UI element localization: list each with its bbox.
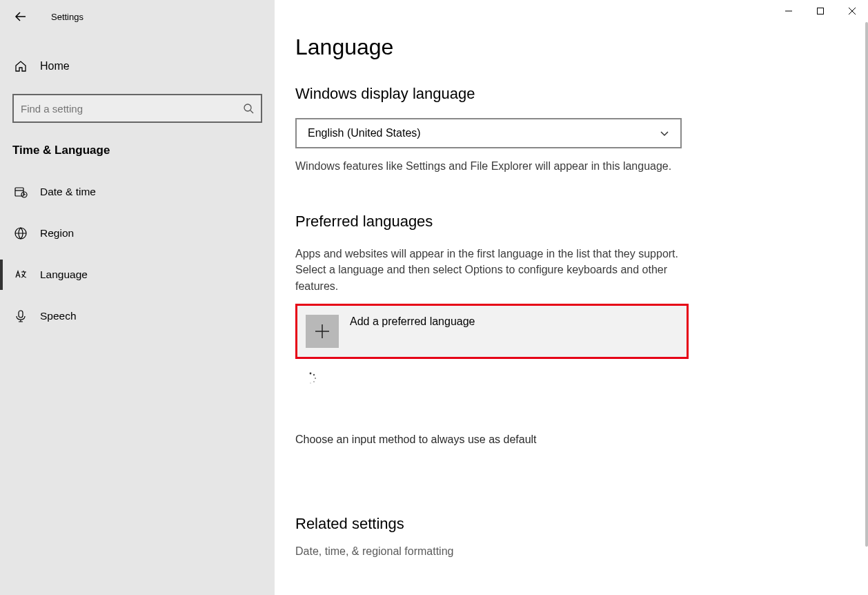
display-language-selected: English (United States)	[308, 127, 421, 139]
loading-spinner	[304, 371, 317, 385]
mic-icon	[14, 309, 28, 323]
minimize-button[interactable]	[773, 0, 805, 22]
globe-icon	[14, 226, 28, 240]
add-preferred-language-label: Add a preferred language	[350, 315, 475, 328]
plus-box	[306, 315, 339, 348]
svg-rect-4	[19, 311, 23, 318]
preferred-languages-desc: Apps and websites will appear in the fir…	[295, 246, 682, 294]
svg-point-6	[313, 374, 315, 375]
display-language-dropdown[interactable]: English (United States)	[295, 118, 682, 148]
scrollbar[interactable]	[864, 22, 868, 595]
svg-point-8	[313, 381, 315, 382]
display-language-desc: Windows features like Settings and File …	[295, 158, 682, 174]
back-arrow-icon	[14, 10, 27, 23]
section-title: Time & Language	[0, 138, 275, 171]
language-icon	[14, 268, 28, 282]
display-language-heading: Windows display language	[295, 85, 847, 103]
main-content: Language Windows display language Englis…	[275, 0, 868, 595]
svg-point-5	[310, 372, 312, 374]
nav-item-region[interactable]: Region	[0, 213, 275, 254]
close-button[interactable]	[836, 0, 868, 22]
plus-icon	[313, 322, 331, 340]
nav-item-speech[interactable]: Speech	[0, 295, 275, 337]
back-button[interactable]	[12, 8, 29, 25]
close-icon	[848, 7, 856, 15]
related-item-date-time-regional[interactable]: Date, time, & regional formatting	[295, 545, 847, 558]
maximize-button[interactable]	[805, 0, 836, 22]
nav-label: Date & time	[40, 186, 96, 198]
page-title: Language	[295, 35, 847, 60]
svg-rect-1	[15, 188, 23, 196]
add-preferred-language-button[interactable]: Add a preferred language	[295, 304, 689, 359]
search-icon	[243, 103, 254, 114]
maximize-icon	[816, 7, 825, 15]
spinner-icon	[304, 371, 317, 385]
home-icon	[14, 59, 28, 73]
nav-label: Speech	[40, 310, 77, 322]
search-box[interactable]	[12, 94, 262, 123]
input-method-default-link[interactable]: Choose an input method to always use as …	[295, 433, 847, 446]
search-input[interactable]	[21, 103, 243, 115]
window-controls	[773, 0, 868, 22]
nav-label: Language	[40, 269, 88, 281]
nav-item-language[interactable]: Language	[0, 254, 275, 295]
app-title: Settings	[51, 12, 83, 22]
calendar-clock-icon	[14, 185, 28, 199]
nav-home[interactable]: Home	[0, 48, 275, 84]
minimize-icon	[785, 7, 793, 15]
preferred-languages-heading: Preferred languages	[295, 213, 847, 231]
nav-item-date-time[interactable]: Date & time	[0, 171, 275, 213]
sidebar: Settings Home Time & Language Date & tim…	[0, 0, 275, 595]
svg-rect-10	[818, 8, 824, 14]
svg-point-0	[244, 104, 251, 111]
titlebar: Settings	[0, 4, 275, 29]
scrollbar-thumb[interactable]	[865, 22, 868, 547]
nav-label: Region	[40, 227, 74, 240]
svg-point-9	[310, 382, 311, 384]
svg-point-7	[315, 378, 316, 379]
home-label: Home	[40, 60, 70, 72]
chevron-down-icon	[660, 128, 669, 138]
related-settings-heading: Related settings	[295, 515, 847, 533]
